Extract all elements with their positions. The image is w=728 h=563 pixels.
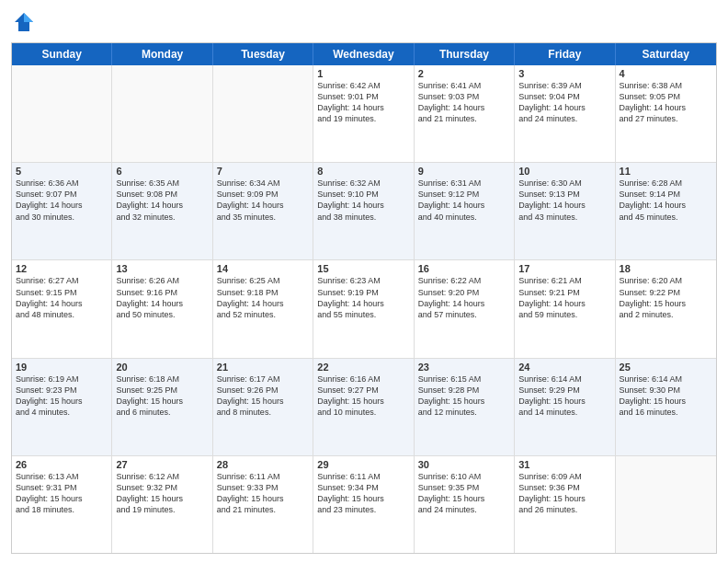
day-info: Sunrise: 6:20 AM Sunset: 9:22 PM Dayligh… bbox=[620, 275, 712, 320]
day-cell-31: 31Sunrise: 6:09 AM Sunset: 9:36 PM Dayli… bbox=[515, 456, 615, 553]
day-info: Sunrise: 6:30 AM Sunset: 9:13 PM Dayligh… bbox=[518, 178, 610, 223]
day-info: Sunrise: 6:16 AM Sunset: 9:27 PM Dayligh… bbox=[317, 373, 409, 419]
day-cell-26: 26Sunrise: 6:13 AM Sunset: 9:31 PM Dayli… bbox=[12, 456, 112, 553]
calendar-row-3: 19Sunrise: 6:19 AM Sunset: 9:23 PM Dayli… bbox=[12, 359, 716, 456]
header-day-monday: Monday bbox=[112, 43, 212, 65]
calendar-row-4: 26Sunrise: 6:13 AM Sunset: 9:31 PM Dayli… bbox=[12, 456, 716, 553]
day-cell-23: 23Sunrise: 6:15 AM Sunset: 9:28 PM Dayli… bbox=[415, 359, 515, 455]
day-cell-15: 15Sunrise: 6:23 AM Sunset: 9:19 PM Dayli… bbox=[313, 260, 414, 357]
header-day-tuesday: Tuesday bbox=[213, 43, 313, 65]
header-day-wednesday: Wednesday bbox=[313, 43, 414, 65]
calendar-row-0: 1Sunrise: 6:42 AM Sunset: 9:01 PM Daylig… bbox=[12, 65, 716, 163]
day-number: 10 bbox=[518, 166, 610, 177]
day-cell-3: 3Sunrise: 6:39 AM Sunset: 9:04 PM Daylig… bbox=[515, 65, 615, 162]
day-info: Sunrise: 6:14 AM Sunset: 9:30 PM Dayligh… bbox=[620, 373, 712, 419]
day-cell-29: 29Sunrise: 6:11 AM Sunset: 9:34 PM Dayli… bbox=[313, 456, 414, 553]
day-info: Sunrise: 6:15 AM Sunset: 9:28 PM Dayligh… bbox=[418, 373, 510, 419]
day-cell-2: 2Sunrise: 6:41 AM Sunset: 9:03 PM Daylig… bbox=[415, 65, 515, 162]
empty-cell-4-6 bbox=[616, 456, 716, 553]
day-cell-10: 10Sunrise: 6:30 AM Sunset: 9:13 PM Dayli… bbox=[515, 163, 615, 259]
day-cell-25: 25Sunrise: 6:14 AM Sunset: 9:30 PM Dayli… bbox=[616, 359, 716, 455]
header-day-thursday: Thursday bbox=[415, 43, 515, 65]
day-number: 30 bbox=[418, 459, 510, 470]
day-number: 23 bbox=[418, 362, 510, 373]
empty-cell-0-2 bbox=[213, 65, 313, 162]
day-cell-18: 18Sunrise: 6:20 AM Sunset: 9:22 PM Dayli… bbox=[616, 260, 716, 357]
day-cell-8: 8Sunrise: 6:32 AM Sunset: 9:10 PM Daylig… bbox=[313, 163, 414, 259]
day-cell-13: 13Sunrise: 6:26 AM Sunset: 9:16 PM Dayli… bbox=[112, 260, 212, 357]
day-info: Sunrise: 6:11 AM Sunset: 9:33 PM Dayligh… bbox=[217, 471, 309, 516]
day-cell-27: 27Sunrise: 6:12 AM Sunset: 9:32 PM Dayli… bbox=[112, 456, 212, 553]
calendar-body: 1Sunrise: 6:42 AM Sunset: 9:01 PM Daylig… bbox=[12, 65, 716, 553]
day-info: Sunrise: 6:32 AM Sunset: 9:10 PM Dayligh… bbox=[317, 178, 409, 223]
day-info: Sunrise: 6:19 AM Sunset: 9:23 PM Dayligh… bbox=[16, 373, 108, 419]
logo bbox=[11, 9, 40, 35]
day-number: 12 bbox=[16, 263, 108, 274]
day-info: Sunrise: 6:09 AM Sunset: 9:36 PM Dayligh… bbox=[518, 471, 610, 516]
header-day-friday: Friday bbox=[515, 43, 615, 65]
day-number: 28 bbox=[217, 459, 309, 470]
day-cell-6: 6Sunrise: 6:35 AM Sunset: 9:08 PM Daylig… bbox=[112, 163, 212, 259]
header bbox=[11, 9, 717, 35]
day-cell-16: 16Sunrise: 6:22 AM Sunset: 9:20 PM Dayli… bbox=[415, 260, 515, 357]
day-number: 21 bbox=[217, 362, 309, 373]
day-number: 1 bbox=[317, 68, 409, 79]
day-number: 22 bbox=[317, 362, 409, 373]
day-number: 27 bbox=[116, 459, 208, 470]
day-number: 4 bbox=[620, 68, 712, 79]
day-number: 20 bbox=[116, 362, 208, 373]
day-number: 31 bbox=[518, 459, 610, 470]
day-cell-11: 11Sunrise: 6:28 AM Sunset: 9:14 PM Dayli… bbox=[616, 163, 716, 259]
day-cell-12: 12Sunrise: 6:27 AM Sunset: 9:15 PM Dayli… bbox=[12, 260, 112, 357]
day-number: 11 bbox=[620, 166, 712, 177]
day-info: Sunrise: 6:23 AM Sunset: 9:19 PM Dayligh… bbox=[317, 275, 409, 320]
day-number: 15 bbox=[317, 263, 409, 274]
day-number: 2 bbox=[418, 68, 510, 79]
day-number: 6 bbox=[116, 166, 208, 177]
day-info: Sunrise: 6:35 AM Sunset: 9:08 PM Dayligh… bbox=[116, 178, 208, 223]
day-info: Sunrise: 6:11 AM Sunset: 9:34 PM Dayligh… bbox=[317, 471, 409, 516]
day-info: Sunrise: 6:42 AM Sunset: 9:01 PM Dayligh… bbox=[317, 80, 409, 125]
day-info: Sunrise: 6:18 AM Sunset: 9:25 PM Dayligh… bbox=[116, 373, 208, 419]
day-number: 13 bbox=[116, 263, 208, 274]
empty-cell-0-1 bbox=[112, 65, 212, 162]
day-cell-19: 19Sunrise: 6:19 AM Sunset: 9:23 PM Dayli… bbox=[12, 359, 112, 455]
day-info: Sunrise: 6:38 AM Sunset: 9:05 PM Dayligh… bbox=[620, 80, 712, 125]
day-cell-1: 1Sunrise: 6:42 AM Sunset: 9:01 PM Daylig… bbox=[313, 65, 414, 162]
day-cell-17: 17Sunrise: 6:21 AM Sunset: 9:21 PM Dayli… bbox=[515, 260, 615, 357]
day-number: 29 bbox=[317, 459, 409, 470]
day-cell-24: 24Sunrise: 6:14 AM Sunset: 9:29 PM Dayli… bbox=[515, 359, 615, 455]
day-info: Sunrise: 6:31 AM Sunset: 9:12 PM Dayligh… bbox=[418, 178, 510, 223]
day-info: Sunrise: 6:22 AM Sunset: 9:20 PM Dayligh… bbox=[418, 275, 510, 320]
empty-cell-0-0 bbox=[12, 65, 112, 162]
day-number: 19 bbox=[16, 362, 108, 373]
day-number: 25 bbox=[620, 362, 712, 373]
day-info: Sunrise: 6:21 AM Sunset: 9:21 PM Dayligh… bbox=[518, 275, 610, 320]
day-cell-21: 21Sunrise: 6:17 AM Sunset: 9:26 PM Dayli… bbox=[213, 359, 313, 455]
day-info: Sunrise: 6:26 AM Sunset: 9:16 PM Dayligh… bbox=[116, 275, 208, 320]
day-cell-30: 30Sunrise: 6:10 AM Sunset: 9:35 PM Dayli… bbox=[415, 456, 515, 553]
page: SundayMondayTuesdayWednesdayThursdayFrid… bbox=[0, 0, 728, 563]
day-number: 24 bbox=[518, 362, 610, 373]
day-info: Sunrise: 6:36 AM Sunset: 9:07 PM Dayligh… bbox=[16, 178, 108, 223]
day-info: Sunrise: 6:27 AM Sunset: 9:15 PM Dayligh… bbox=[16, 275, 108, 320]
day-cell-14: 14Sunrise: 6:25 AM Sunset: 9:18 PM Dayli… bbox=[213, 260, 313, 357]
day-info: Sunrise: 6:17 AM Sunset: 9:26 PM Dayligh… bbox=[217, 373, 309, 419]
day-info: Sunrise: 6:13 AM Sunset: 9:31 PM Dayligh… bbox=[16, 471, 108, 516]
day-number: 17 bbox=[518, 263, 610, 274]
day-number: 3 bbox=[518, 68, 610, 79]
day-cell-7: 7Sunrise: 6:34 AM Sunset: 9:09 PM Daylig… bbox=[213, 163, 313, 259]
day-cell-5: 5Sunrise: 6:36 AM Sunset: 9:07 PM Daylig… bbox=[12, 163, 112, 259]
day-number: 26 bbox=[16, 459, 108, 470]
day-number: 16 bbox=[418, 263, 510, 274]
day-info: Sunrise: 6:34 AM Sunset: 9:09 PM Dayligh… bbox=[217, 178, 309, 223]
day-info: Sunrise: 6:25 AM Sunset: 9:18 PM Dayligh… bbox=[217, 275, 309, 320]
day-cell-22: 22Sunrise: 6:16 AM Sunset: 9:27 PM Dayli… bbox=[313, 359, 414, 455]
day-cell-9: 9Sunrise: 6:31 AM Sunset: 9:12 PM Daylig… bbox=[415, 163, 515, 259]
day-number: 18 bbox=[620, 263, 712, 274]
calendar-row-1: 5Sunrise: 6:36 AM Sunset: 9:07 PM Daylig… bbox=[12, 163, 716, 260]
header-day-sunday: Sunday bbox=[12, 43, 112, 65]
day-number: 14 bbox=[217, 263, 309, 274]
calendar: SundayMondayTuesdayWednesdayThursdayFrid… bbox=[11, 42, 717, 554]
day-info: Sunrise: 6:14 AM Sunset: 9:29 PM Dayligh… bbox=[518, 373, 610, 419]
